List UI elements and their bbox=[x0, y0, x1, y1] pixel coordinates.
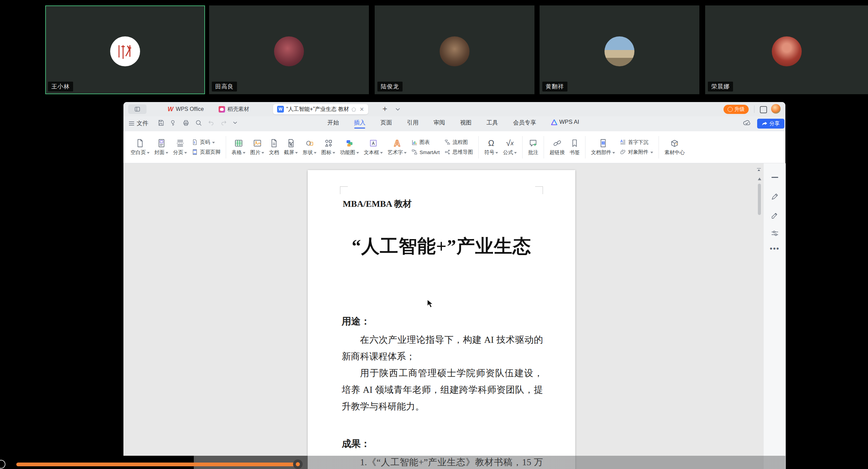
page-number-button[interactable]: 页码 bbox=[192, 139, 220, 146]
share-button[interactable]: 分享 bbox=[757, 119, 784, 129]
page-number-icon bbox=[192, 139, 198, 145]
doc-subtitle: MBA/EMBA 教材 bbox=[343, 198, 412, 210]
bookmark-button[interactable]: 书签 bbox=[567, 137, 582, 157]
redo-icon[interactable] bbox=[220, 119, 227, 126]
export-pdf-icon[interactable] bbox=[170, 119, 177, 126]
video-tile[interactable]: 王小林 bbox=[45, 5, 205, 94]
symbol-button[interactable]: Ω 符号 bbox=[482, 137, 500, 157]
scroll-to-top-icon[interactable] bbox=[756, 167, 762, 173]
print-preview-icon[interactable] bbox=[195, 119, 202, 126]
ribbon-divider bbox=[659, 136, 659, 158]
settings-sliders-icon[interactable] bbox=[771, 229, 779, 237]
picture-button[interactable]: 图片 bbox=[248, 137, 267, 157]
cover-button[interactable]: 封面 bbox=[152, 137, 171, 157]
word-art-button[interactable]: A 艺术字 bbox=[385, 137, 409, 157]
text-box-icon bbox=[369, 139, 378, 148]
page-break-button[interactable]: 分页 bbox=[171, 137, 189, 157]
func-diagram-icon bbox=[345, 139, 354, 148]
shape-icon bbox=[305, 139, 314, 148]
tab-document-active[interactable]: W “人工智能+”产业生态 教材 ✕ bbox=[273, 104, 368, 114]
document-canvas[interactable]: MBA/EMBA 教材 “人工智能+”产业生态 用途： 在六次产业理论指导下，构… bbox=[123, 163, 763, 469]
paperclip-icon bbox=[620, 149, 626, 155]
icon-library-button[interactable]: 图标 bbox=[319, 137, 338, 157]
upgrade-button[interactable]: 升级 bbox=[724, 105, 749, 114]
formula-icon: √x bbox=[506, 139, 514, 148]
maximize-button[interactable] bbox=[760, 106, 767, 113]
screenshot-button[interactable]: 截屏 bbox=[282, 137, 300, 157]
header-footer-button[interactable]: 页眉页脚 bbox=[192, 149, 220, 155]
save-icon[interactable] bbox=[157, 119, 164, 126]
right-tool-rail: ••• bbox=[763, 163, 786, 469]
func-diagram-button[interactable]: 功能图 bbox=[338, 137, 361, 157]
playback-track[interactable] bbox=[16, 463, 310, 466]
participant-name: 陆俊龙 bbox=[377, 82, 403, 91]
comment-icon bbox=[529, 139, 538, 148]
collapse-handle-icon[interactable] bbox=[771, 177, 778, 178]
tab-insert[interactable]: 插入 bbox=[354, 119, 365, 129]
participant-avatar bbox=[110, 36, 140, 66]
tab-page[interactable]: 页面 bbox=[380, 119, 392, 127]
tab-wps-office[interactable]: W WPS Office bbox=[164, 104, 208, 114]
more-options-icon[interactable]: ••• bbox=[770, 244, 780, 253]
tab-list-button[interactable] bbox=[128, 104, 147, 114]
material-center-button[interactable]: 素材中心 bbox=[662, 137, 687, 157]
margin-mark bbox=[340, 186, 348, 194]
document-page[interactable]: MBA/EMBA 教材 “人工智能+”产业生态 用途： 在六次产业理论指导下，构… bbox=[308, 170, 575, 469]
shape-button[interactable]: 形状 bbox=[300, 137, 319, 157]
blank-page-button[interactable]: 空白页 bbox=[128, 137, 152, 157]
print-icon[interactable] bbox=[183, 119, 189, 126]
mindmap-button[interactable]: 思维导图 bbox=[444, 149, 473, 155]
close-tab-icon[interactable]: ✕ bbox=[359, 106, 364, 113]
wps-logo-icon: W bbox=[168, 106, 173, 113]
ribbon-divider bbox=[226, 136, 226, 158]
document-button[interactable]: 文档 bbox=[267, 137, 282, 157]
playback-progress[interactable] bbox=[16, 463, 298, 466]
tab-reference[interactable]: 引用 bbox=[407, 119, 419, 127]
highlighter-icon[interactable] bbox=[771, 212, 779, 220]
tab-docer-material[interactable]: 稻壳素材 bbox=[215, 104, 253, 114]
tab-wps-ai[interactable]: WPS AI bbox=[551, 119, 579, 125]
table-icon bbox=[234, 139, 243, 148]
bookmark-icon bbox=[570, 139, 579, 148]
video-tile[interactable]: 田高良 bbox=[209, 5, 369, 94]
tab-member[interactable]: 会员专享 bbox=[513, 119, 536, 127]
comment-button[interactable]: 批注 bbox=[526, 137, 541, 157]
scroll-up-arrow[interactable] bbox=[758, 178, 761, 180]
pen-tool-icon[interactable] bbox=[771, 192, 779, 201]
upgrade-badge-icon bbox=[728, 107, 733, 112]
tab-review[interactable]: 审阅 bbox=[433, 119, 445, 127]
file-menu-button[interactable]: 文件 bbox=[129, 119, 148, 127]
cloud-saved-icon[interactable] bbox=[743, 119, 751, 126]
smartart-button[interactable]: SmartArt bbox=[411, 149, 440, 155]
drop-cap-button[interactable]: 首字下沉 bbox=[620, 139, 653, 146]
tab-home[interactable]: 开始 bbox=[327, 119, 339, 127]
dropcap-attachment-group: 首字下沉 对象附件 bbox=[617, 139, 656, 155]
tab-dropdown-icon[interactable] bbox=[395, 108, 400, 111]
quick-access-toolbar bbox=[157, 119, 237, 126]
scrollbar-thumb[interactable] bbox=[758, 184, 761, 215]
membership-pentagon-icon bbox=[351, 107, 356, 112]
new-tab-button[interactable]: + bbox=[382, 105, 387, 113]
header-footer-icon bbox=[192, 149, 198, 155]
tab-view[interactable]: 视图 bbox=[460, 119, 472, 127]
account-avatar[interactable] bbox=[771, 104, 781, 114]
doc-part-button[interactable]: 文档部件 bbox=[589, 137, 617, 157]
table-button[interactable]: 表格 bbox=[229, 137, 248, 157]
video-tile[interactable]: 荣晨娜 bbox=[705, 5, 868, 94]
hamburger-icon bbox=[129, 121, 134, 126]
qat-dropdown-icon[interactable] bbox=[233, 121, 237, 124]
flowchart-button[interactable]: 流程图 bbox=[444, 139, 473, 146]
video-tile[interactable]: 陆俊龙 bbox=[375, 5, 534, 94]
formula-button[interactable]: √x 公式 bbox=[500, 137, 519, 157]
hyperlink-button[interactable]: 超链接 bbox=[547, 137, 567, 157]
upgrade-label: 升级 bbox=[734, 106, 745, 113]
text-box-button[interactable]: 文本框 bbox=[361, 137, 385, 157]
tab-tools[interactable]: 工具 bbox=[487, 119, 498, 127]
titlebar-divider bbox=[754, 105, 754, 113]
video-tile[interactable]: 黄翻祥 bbox=[540, 5, 699, 94]
chart-button[interactable]: 图表 bbox=[411, 139, 440, 146]
attachment-button[interactable]: 对象附件 bbox=[620, 149, 653, 155]
mindmap-icon bbox=[444, 149, 450, 155]
blank-page-icon bbox=[136, 139, 144, 148]
undo-icon[interactable] bbox=[208, 119, 215, 126]
